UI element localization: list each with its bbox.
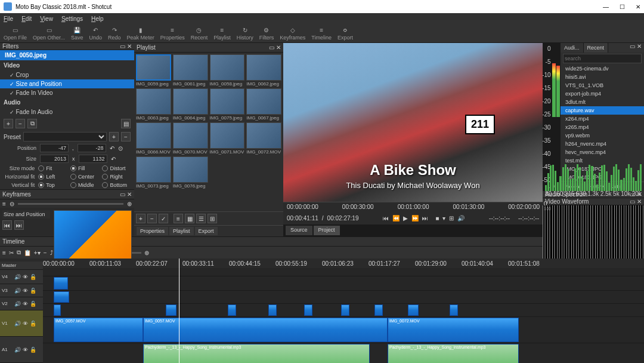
recent-close-icon[interactable]: ▭ ✕: [627, 43, 644, 53]
toolbar-redo[interactable]: ↷Redo: [108, 26, 121, 41]
playlist-close-icon[interactable]: ▭ ✕: [269, 44, 281, 51]
clip[interactable]: [450, 304, 458, 316]
sizemode-radio[interactable]: Distort: [102, 165, 131, 171]
mute-icon[interactable]: 🔊: [14, 274, 21, 280]
kf-next-button[interactable]: ⏭: [14, 220, 24, 230]
filter-item[interactable]: Fade In Audio: [0, 107, 134, 116]
menu-help[interactable]: Help: [91, 16, 104, 22]
timecode-current[interactable]: 00:00:41:11: [287, 215, 318, 222]
playlist-add-button[interactable]: +: [136, 214, 145, 223]
playlist-item[interactable]: IMG_0063.jpeg: [136, 88, 171, 121]
toolbar-undo[interactable]: ↶Undo: [89, 26, 103, 41]
vfit-radio[interactable]: Top: [38, 182, 67, 188]
eye-icon[interactable]: 👁: [23, 274, 28, 280]
recent-item[interactable]: export-job.mp4: [561, 90, 644, 98]
in-point[interactable]: --:--:--:--: [489, 215, 510, 222]
track-header-v2[interactable]: V2🔊👁🔓: [0, 297, 43, 310]
out-point[interactable]: --:--:--:--: [518, 215, 539, 222]
reset-icon[interactable]: ↶: [111, 156, 116, 162]
preset-add-button[interactable]: +: [109, 132, 119, 141]
menu-view[interactable]: View: [40, 16, 53, 22]
hfit-radio[interactable]: Right: [102, 174, 131, 180]
size-w-input[interactable]: [40, 155, 69, 163]
playlist-item[interactable]: IMG_0066.MOV: [136, 122, 171, 155]
toolbar-peakmeter[interactable]: ▮Peak Meter: [127, 26, 154, 41]
recent-item[interactable]: VTS_01_1.VOB: [561, 81, 644, 90]
toolbar-save[interactable]: 💾Save: [71, 26, 83, 41]
preview-ruler[interactable]: 00:00:00:0000:00:30:0000:01:00:0000:01:3…: [283, 202, 543, 211]
waveform-close-icon[interactable]: ▭ ✕: [630, 198, 642, 205]
stop-icon[interactable]: ■: [435, 215, 439, 222]
toolbar-history[interactable]: ↻History: [237, 26, 253, 41]
track-header-v4[interactable]: V4🔊👁🔓: [0, 270, 43, 284]
vfit-radio[interactable]: Middle: [70, 182, 99, 188]
forward-icon[interactable]: ⏩: [411, 215, 419, 222]
video-preview[interactable]: 211 A Bike Show This Ducati by Michael W…: [283, 43, 543, 202]
skip-end-icon[interactable]: ⏭: [422, 215, 428, 222]
tab-project[interactable]: Project: [314, 226, 340, 235]
playlist-item[interactable]: IMG_0072.MOV: [246, 122, 281, 155]
grid-icon[interactable]: ⊞: [449, 215, 454, 222]
track-header-a1[interactable]: A1🔊👁🔓: [0, 337, 43, 363]
playlist-item[interactable]: IMG_0073.jpeg: [136, 156, 171, 189]
mute-icon[interactable]: 🔊: [14, 301, 21, 307]
clip[interactable]: Pachyderm_-_13_-_Happy_Song_instrumental…: [143, 344, 370, 363]
recent-item[interactable]: hevc_nvenc.mp4: [561, 148, 644, 156]
clip[interactable]: [408, 304, 419, 316]
copy-filter-button[interactable]: ⧉: [27, 119, 37, 128]
track-master[interactable]: [43, 268, 644, 276]
playlist-item[interactable]: IMG_0062.jpeg: [246, 54, 281, 87]
toolbar-filters[interactable]: ⚙Filters: [259, 26, 274, 41]
play-icon[interactable]: ▶: [403, 215, 408, 222]
kf-zoom-slider[interactable]: [18, 203, 123, 205]
playlist-check-button[interactable]: ✓: [159, 214, 168, 223]
tl-menu-icon[interactable]: ≡: [2, 250, 6, 256]
minimize-button[interactable]: —: [603, 4, 609, 10]
recent-item[interactable]: 3dlut.mlt: [561, 98, 644, 106]
kf-zoomout-icon[interactable]: ⊖: [10, 201, 14, 207]
tl-paste-icon[interactable]: 📋: [24, 250, 31, 256]
hfit-radio[interactable]: Center: [70, 174, 99, 180]
playlist-grid-button[interactable]: ▦: [185, 214, 194, 223]
recent-item[interactable]: h264_nvenc.mp4: [561, 140, 644, 148]
skip-start-icon[interactable]: ⏮: [383, 215, 389, 222]
kf-prev-button[interactable]: ⏮: [2, 220, 12, 230]
keyframes-close-icon[interactable]: ▭ ✕: [120, 191, 132, 198]
lock-icon[interactable]: 🔓: [30, 347, 36, 353]
playlist-item[interactable]: IMG_0070.MOV: [173, 122, 208, 155]
sizemode-radio[interactable]: Fill: [70, 165, 99, 171]
playlist-item[interactable]: IMG_0059.jpeg: [136, 54, 171, 87]
reset-icon[interactable]: ↶: [110, 145, 114, 152]
playlist-item[interactable]: IMG_0064.jpeg: [173, 88, 208, 121]
toolbar-export[interactable]: ⭘Export: [338, 26, 353, 41]
toolbar-timeline[interactable]: ≡Timeline: [311, 26, 332, 41]
preset-select[interactable]: [23, 132, 107, 141]
menu-file[interactable]: File: [4, 16, 13, 22]
maximize-button[interactable]: ☐: [620, 4, 625, 10]
mute-icon[interactable]: 🔊: [14, 347, 21, 353]
recent-item[interactable]: vp9.webm: [561, 131, 644, 140]
tl-zoomin-icon[interactable]: ⊕: [144, 250, 149, 256]
keyframe-track[interactable]: [54, 210, 132, 259]
tab-export[interactable]: Export: [195, 227, 218, 235]
mute-icon[interactable]: 🔊: [14, 321, 21, 327]
filter-item[interactable]: Fade In Video: [0, 88, 134, 97]
filter-item[interactable]: Size and Position: [0, 79, 134, 88]
filter-item[interactable]: Crop: [0, 70, 134, 79]
playlist-list-button[interactable]: ☰: [196, 214, 206, 223]
clip[interactable]: [54, 304, 61, 316]
eye-icon[interactable]: 👁: [23, 288, 28, 294]
tl-cut-icon[interactable]: ✂: [9, 250, 14, 256]
recent-search-input[interactable]: [563, 54, 642, 63]
clip[interactable]: [228, 304, 236, 316]
menu-edit[interactable]: Edit: [21, 16, 32, 22]
eye-icon[interactable]: 👁: [23, 347, 28, 353]
toolbar-playlist[interactable]: ≡Playlist: [213, 26, 231, 41]
playlist-item[interactable]: IMG_0071.MOV: [210, 122, 245, 155]
tab-properties[interactable]: Properties: [137, 227, 168, 235]
eye-icon[interactable]: 👁: [23, 301, 28, 307]
track-v4[interactable]: [43, 276, 644, 291]
toolbar-openfile[interactable]: ▭Open File: [4, 26, 27, 41]
close-button[interactable]: ✕: [636, 4, 640, 10]
playlist-remove-button[interactable]: −: [147, 214, 157, 223]
